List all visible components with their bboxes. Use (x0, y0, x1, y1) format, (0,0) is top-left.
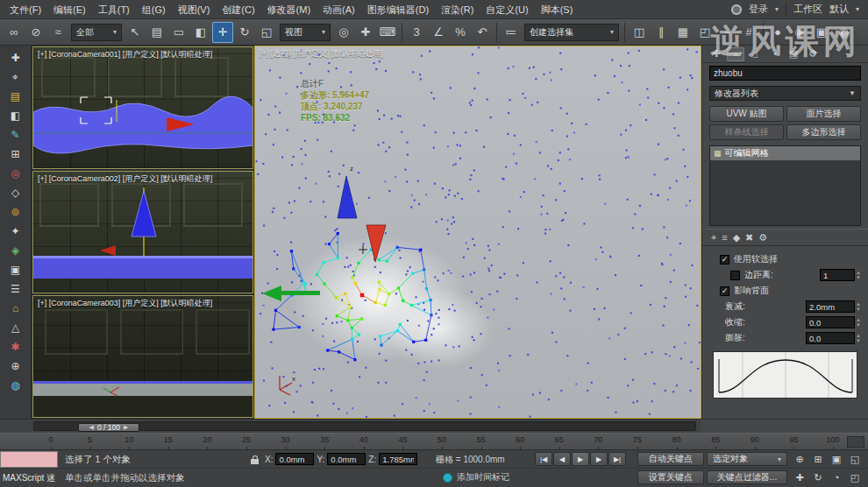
left-tool-1-icon[interactable]: ✚ (4, 49, 27, 67)
signin-caret-icon[interactable]: ▾ (775, 5, 779, 13)
set-key-button[interactable]: 设置关键点 (637, 470, 704, 484)
remove-modifier-icon[interactable]: ✖ (745, 232, 753, 244)
object-name-field[interactable] (709, 66, 861, 81)
affect-backfacing-checkbox[interactable]: ✓ (720, 286, 729, 296)
left-tool-7-icon[interactable]: ◎ (4, 165, 27, 182)
layer-explorer-icon[interactable]: ▦ (672, 22, 694, 43)
pan-icon[interactable]: ✚ (791, 470, 808, 484)
snaps-toggle-icon[interactable]: 3 (406, 22, 427, 43)
percent-snap-icon[interactable]: % (450, 22, 471, 43)
select-and-rotate-icon[interactable]: ↻ (234, 22, 255, 43)
time-slider-track[interactable]: ◀ 0 / 100 ▶ (33, 421, 696, 431)
reference-coordinate-combo[interactable]: 视图▾ (280, 24, 331, 41)
modifier-set-button[interactable]: 样条线选择 (709, 124, 784, 140)
menu-item[interactable]: 编辑(E) (47, 0, 92, 19)
left-tool-3-icon[interactable]: ▤ (4, 88, 27, 105)
selection-lock-toggle[interactable] (249, 454, 261, 465)
maximize-viewport-icon[interactable]: ◰ (846, 470, 864, 484)
select-and-manipulate-icon[interactable]: ✚ (355, 22, 376, 43)
menu-item[interactable]: 脚本(S) (535, 0, 580, 19)
select-and-move-icon[interactable]: ✛ (212, 22, 233, 43)
left-tool-5-icon[interactable]: ✎ (4, 126, 27, 144)
camera-viewport-1[interactable]: [+] [CoronaCamera001] [用户定义] [默认明暗处理] (32, 46, 253, 169)
bubble-field[interactable] (806, 332, 855, 344)
play-button[interactable]: ▶ (572, 452, 589, 466)
auto-key-button[interactable]: 自动关键点 (637, 452, 704, 466)
use-soft-selection-checkbox[interactable]: ✓ (720, 255, 729, 265)
angle-snap-icon[interactable]: ∠ (428, 22, 449, 43)
time-slider[interactable]: ◀ 0 / 100 ▶ (0, 419, 701, 433)
add-time-tag[interactable]: 添加时间标记 (443, 471, 509, 483)
next-frame-button[interactable]: ▶ (590, 452, 608, 466)
make-unique-icon[interactable]: ◆ (733, 232, 740, 244)
keyboard-override-icon[interactable]: ⌨ (377, 22, 398, 43)
modifier-list-dropdown[interactable]: 修改器列表 ▼ (709, 86, 861, 101)
align-icon[interactable]: ∥ (651, 22, 672, 43)
edge-distance-spinner[interactable]: ▲▼ (856, 270, 861, 280)
left-tool-16-icon[interactable]: ✱ (4, 338, 27, 356)
track-bar[interactable]: 0510152025303540455055606570758085909510… (0, 433, 868, 450)
pin-stack-icon[interactable]: ⌖ (711, 232, 716, 244)
y-coordinate-field[interactable] (327, 453, 366, 465)
zoom-extents-icon[interactable]: ▣ (828, 452, 845, 466)
camera-viewport-3[interactable]: [+] [CoronaCamera003] [用户定义] [默认明暗处理] (32, 295, 253, 418)
zoom-all-icon[interactable]: ⊞ (809, 452, 827, 466)
rendered-frame-icon[interactable]: ▣ (811, 22, 832, 43)
menu-item[interactable]: 工具(T) (92, 0, 136, 19)
modifier-stack[interactable]: ▦可编辑网格 (709, 145, 861, 226)
workspace-caret-icon[interactable]: ▾ (856, 5, 859, 13)
camera3-viewport-label[interactable]: [+] [CoronaCamera003] [用户定义] [默认明暗处理] (38, 298, 212, 309)
show-end-result-icon[interactable]: ≡ (722, 232, 727, 243)
time-slider-prev-icon[interactable]: ◀ (89, 424, 94, 431)
pinch-spinner[interactable]: ▲▼ (856, 317, 861, 328)
mirror-icon[interactable]: ◫ (629, 22, 650, 43)
left-tool-15-icon[interactable]: △ (4, 319, 27, 336)
time-slider-handle[interactable]: ◀ 0 / 100 ▶ (78, 423, 139, 432)
utilities-tab-icon[interactable]: ⚙ (804, 47, 822, 61)
left-tool-18-icon[interactable]: ◍ (4, 377, 27, 394)
window-crossing-icon[interactable]: ◧ (190, 22, 211, 43)
selected-filter-dropdown[interactable]: 选定对象 ▾ (707, 452, 787, 466)
falloff-spinner[interactable]: ▲▼ (856, 301, 861, 312)
named-selection-sets-icon[interactable]: ≔ (501, 22, 522, 43)
spinner-snap-icon[interactable]: ↶ (472, 22, 493, 43)
menu-item[interactable]: 组(G) (136, 0, 172, 19)
left-tool-14-icon[interactable]: ⌂ (4, 300, 27, 317)
use-pivot-center-icon[interactable]: ◎ (333, 22, 354, 43)
left-tool-4-icon[interactable]: ◧ (4, 107, 27, 124)
field-of-view-icon[interactable]: ◔ (828, 470, 845, 484)
selection-filter-combo[interactable]: 全部▾ (71, 24, 122, 41)
camera2-viewport-label[interactable]: [+] [CoronaCamera002] [用户定义] [默认明暗处理] (38, 173, 212, 185)
left-tool-2-icon[interactable]: ⌖ (4, 68, 27, 86)
menu-item[interactable]: 图形编辑器(D) (361, 0, 435, 19)
left-tool-6-icon[interactable]: ⊞ (4, 145, 27, 163)
menu-item[interactable]: 视图(V) (172, 0, 217, 19)
motion-tab-icon[interactable]: ◔ (765, 47, 783, 61)
left-tool-10-icon[interactable]: ✦ (4, 222, 27, 240)
z-coordinate-field[interactable] (379, 453, 417, 465)
time-slider-next-icon[interactable]: ▶ (124, 424, 128, 431)
bubble-spinner[interactable]: ▲▼ (856, 333, 861, 343)
display-tab-icon[interactable]: ▤ (785, 47, 802, 61)
camera1-viewport-label[interactable]: [+] [CoronaCamera001] [用户定义] [默认明暗处理] (38, 49, 212, 60)
x-coordinate-field[interactable] (275, 453, 314, 465)
left-tool-12-icon[interactable]: ▣ (4, 261, 27, 279)
left-tool-9-icon[interactable]: ⊚ (4, 203, 27, 221)
schematic-view-icon[interactable]: # (738, 22, 759, 43)
curve-editor-icon[interactable]: ~ (716, 22, 737, 43)
configure-modifier-sets-icon[interactable]: ⚙ (758, 232, 767, 244)
z-axis-cone[interactable] (338, 176, 357, 218)
menu-item[interactable]: 修改器(M) (261, 0, 317, 19)
go-to-start-button[interactable]: |◀ (535, 452, 552, 466)
material-editor-icon[interactable]: ● (767, 22, 788, 43)
zoom-region-icon[interactable]: ◱ (846, 452, 864, 466)
render-setup-icon[interactable]: ◉ (789, 22, 810, 43)
stack-item[interactable]: ▦可编辑网格 (710, 146, 860, 160)
left-tool-13-icon[interactable]: ☰ (4, 280, 27, 298)
left-tool-8-icon[interactable]: ◇ (4, 184, 27, 201)
edge-distance-field[interactable] (820, 269, 855, 281)
select-by-name-icon[interactable]: ▤ (146, 22, 167, 43)
pinch-field[interactable] (806, 316, 855, 328)
modify-tab-icon[interactable]: ≈ (727, 47, 744, 61)
go-to-end-button[interactable]: ▶| (608, 452, 626, 466)
